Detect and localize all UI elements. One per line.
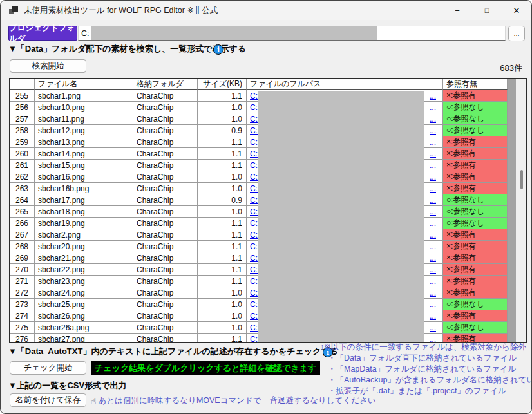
path-more-link[interactable]: ...: [430, 242, 436, 251]
path-drive-link[interactable]: C:: [250, 242, 258, 251]
check-start-button[interactable]: チェック開始: [10, 361, 86, 375]
column-header-full-path[interactable]: ファイルのフルパス: [247, 79, 443, 90]
path-drive-link[interactable]: C:: [250, 231, 258, 240]
status-badge[interactable]: ×:参照有: [443, 183, 508, 194]
cell-size: 0.9: [198, 125, 247, 136]
project-path-input[interactable]: C:: [78, 26, 506, 41]
path-drive-link[interactable]: C:: [250, 312, 258, 321]
path-more-link[interactable]: ...: [430, 196, 436, 205]
status-badge[interactable]: ×:参照有: [443, 276, 508, 287]
vertical-scrollbar[interactable]: [516, 79, 526, 342]
status-badge[interactable]: ○:参照なし: [443, 322, 508, 334]
status-badge[interactable]: ○:参照なし: [443, 113, 508, 125]
status-badge[interactable]: ×:参照有: [443, 287, 508, 299]
csv-section-heading: ▼上記の一覧をCSV形式で出力: [8, 380, 127, 391]
path-drive-link[interactable]: C:: [250, 173, 258, 182]
path-drive-link[interactable]: C:: [250, 288, 258, 297]
path-drive-link[interactable]: C:: [250, 323, 258, 332]
path-more-link[interactable]: ...: [430, 173, 436, 182]
path-drive-link[interactable]: C:: [250, 138, 258, 147]
status-badge[interactable]: ×:参照有: [443, 241, 508, 252]
info-icon[interactable]: i: [213, 44, 223, 55]
row-number: 274: [10, 310, 35, 322]
minimize-button[interactable]: −: [442, 1, 472, 20]
status-badge[interactable]: ×:参照有: [443, 136, 508, 148]
cell-size: 1.1: [198, 136, 247, 148]
path-drive-link[interactable]: C:: [250, 219, 258, 228]
path-drive-link[interactable]: C:: [250, 103, 258, 112]
cell-size: 1.0: [198, 206, 247, 218]
status-badge[interactable]: ×:参照有: [443, 334, 508, 343]
column-header-size[interactable]: サイズ(KB): [198, 79, 247, 90]
path-drive-link[interactable]: C:: [250, 149, 258, 158]
maximize-button[interactable]: □: [472, 1, 502, 20]
status-badge[interactable]: ×:参照有: [443, 171, 508, 183]
path-more-link[interactable]: ...: [430, 91, 436, 100]
status-badge[interactable]: ×:参照有: [443, 160, 508, 171]
path-more-link[interactable]: ...: [430, 277, 436, 286]
path-more-link[interactable]: ...: [430, 265, 436, 274]
path-more-link[interactable]: ...: [430, 126, 436, 135]
path-more-link[interactable]: ...: [430, 115, 436, 124]
cell-folder: CharaChip: [133, 287, 198, 299]
row-number: 264: [10, 194, 35, 206]
row-number: 260: [10, 148, 35, 160]
path-more-link[interactable]: ...: [430, 300, 436, 309]
path-drive-link[interactable]: C:: [250, 184, 258, 193]
csv-note-text: あとは個別に吟味するなりMOVEコマンドで一斉退避するなりしてください: [99, 395, 376, 406]
path-more-link[interactable]: ...: [430, 231, 436, 240]
path-drive-link[interactable]: C:: [250, 265, 258, 274]
path-drive-link[interactable]: C:: [250, 207, 258, 216]
path-more-link[interactable]: ...: [430, 149, 436, 158]
status-badge[interactable]: ○:参照なし: [443, 125, 508, 136]
status-badge[interactable]: ○:参照なし: [443, 194, 508, 206]
scrollbar-thumb[interactable]: [520, 170, 523, 189]
path-drive-link[interactable]: C:: [250, 196, 258, 205]
path-drive-link[interactable]: C:: [250, 300, 258, 309]
path-more-link[interactable]: ...: [430, 323, 436, 332]
path-drive-link[interactable]: C:: [250, 254, 258, 263]
save-as-button[interactable]: 名前を付けて保存: [10, 393, 86, 407]
status-badge[interactable]: ×:参照有: [443, 310, 508, 322]
path-more-link[interactable]: ...: [430, 184, 436, 193]
status-badge[interactable]: ×:参照有: [443, 264, 508, 276]
cell-file-name: sbchar20.png: [35, 241, 133, 252]
column-header-file-name[interactable]: ファイル名: [35, 79, 133, 90]
cell-size: 1.0: [198, 171, 247, 183]
status-badge[interactable]: ○:参照なし: [443, 206, 508, 218]
status-badge[interactable]: ○:参照なし: [443, 102, 508, 113]
search-start-button[interactable]: 検索開始: [10, 59, 86, 73]
path-drive-link[interactable]: C:: [250, 161, 258, 170]
path-more-link[interactable]: ...: [430, 103, 436, 112]
path-more-link[interactable]: ...: [430, 207, 436, 216]
path-more-link[interactable]: ...: [430, 288, 436, 297]
column-header-reference[interactable]: 参照有無: [443, 79, 508, 90]
path-more-link[interactable]: ...: [430, 219, 436, 228]
path-drive-link[interactable]: C:: [250, 335, 258, 343]
project-folder-button[interactable]: プロジェクトフォルダ: [8, 26, 77, 41]
browse-button[interactable]: ...: [508, 26, 525, 41]
cell-size: 1.0: [198, 322, 247, 334]
status-badge[interactable]: ○:参照なし: [443, 299, 508, 310]
status-badge[interactable]: ○:参照なし: [443, 218, 508, 229]
close-icon[interactable]: ✕: [502, 1, 531, 20]
cell-folder: CharaChip: [133, 183, 198, 194]
path-drive-link[interactable]: C:: [250, 91, 258, 100]
path-more-link[interactable]: ...: [430, 312, 436, 321]
status-badge[interactable]: ×:参照有: [443, 229, 508, 241]
column-header-folder[interactable]: 格納フォルダ: [133, 79, 198, 90]
status-badge[interactable]: ×:参照有: [443, 148, 508, 160]
path-drive-link[interactable]: C:: [250, 126, 258, 135]
exclusion-item: ・拡張子が「.dat」または「.project」のファイル: [320, 386, 532, 397]
row-number: 256: [10, 102, 35, 113]
path-drive-link[interactable]: C:: [250, 115, 258, 124]
column-header-rownum[interactable]: [10, 79, 35, 90]
path-more-link[interactable]: ...: [430, 138, 436, 147]
path-drive-link[interactable]: C:: [250, 277, 258, 286]
path-more-link[interactable]: ...: [430, 161, 436, 170]
row-number: 267: [10, 229, 35, 241]
status-badge[interactable]: ×:参照有: [443, 252, 508, 264]
status-badge[interactable]: ×:参照有: [443, 90, 508, 102]
cell-folder: CharaChip: [133, 218, 198, 229]
path-more-link[interactable]: ...: [430, 254, 436, 263]
